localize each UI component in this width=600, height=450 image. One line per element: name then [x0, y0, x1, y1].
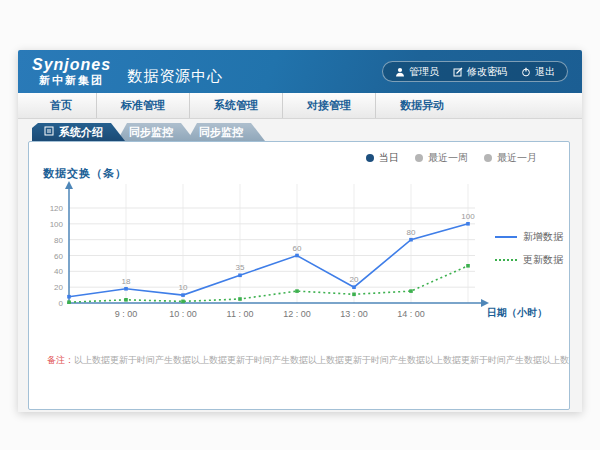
legend-label-new-data: 新增数据 [523, 230, 563, 244]
svg-text:35: 35 [236, 263, 245, 272]
user-menu-change-password-label: 修改密码 [467, 65, 507, 79]
svg-text:20: 20 [350, 275, 359, 284]
legend-item-new-data: 新增数据 [495, 230, 563, 244]
svg-text:100: 100 [50, 220, 64, 229]
tab-sync-monitor-2-label: 同步监控 [199, 125, 243, 140]
user-menu-logout[interactable]: 退出 [521, 65, 555, 79]
power-icon [521, 67, 531, 77]
solid-line-icon [495, 236, 517, 238]
svg-text:18: 18 [122, 277, 131, 286]
user-menu-admin[interactable]: 管理员 [395, 65, 439, 79]
tab-system-intro[interactable]: 系统介绍 [32, 123, 125, 141]
tab-sync-monitor-2[interactable]: 同步监控 [187, 123, 265, 141]
tab-sync-monitor-1[interactable]: 同步监控 [117, 123, 195, 141]
svg-text:10 : 00: 10 : 00 [169, 309, 197, 319]
filter-today[interactable]: 当日 [366, 151, 399, 165]
svg-text:100: 100 [461, 212, 475, 221]
app-title: 数据资源中心 [127, 67, 223, 86]
svg-text:10: 10 [179, 283, 188, 292]
footnote-prefix: 备注： [47, 355, 74, 365]
filter-last-week-label: 最近一周 [428, 151, 468, 165]
svg-text:14 : 00: 14 : 00 [397, 309, 425, 319]
form-icon [44, 126, 54, 138]
legend-item-update-data: 更新数据 [495, 253, 563, 267]
user-menu-admin-label: 管理员 [409, 65, 439, 79]
nav-item-standards[interactable]: 标准管理 [96, 93, 189, 118]
svg-text:80: 80 [54, 236, 63, 245]
y-axis-title: 数据交换（条） [43, 166, 127, 181]
user-menu: 管理员 修改密码 退出 [382, 61, 568, 82]
tab-system-intro-label: 系统介绍 [59, 125, 103, 140]
radio-dot [484, 154, 492, 162]
logo: Synjones 新中新集团 [32, 57, 111, 86]
svg-text:9 : 00: 9 : 00 [115, 309, 138, 319]
company-name: 新中新集团 [39, 75, 104, 86]
svg-text:13 : 00: 13 : 00 [340, 309, 368, 319]
edit-icon [453, 67, 463, 77]
svg-text:20: 20 [54, 283, 63, 292]
svg-text:120: 120 [50, 204, 64, 213]
radio-dot [366, 154, 374, 162]
filter-last-month-label: 最近一月 [497, 151, 537, 165]
main-nav: 首页 标准管理 系统管理 对接管理 数据异动 [18, 93, 582, 119]
chart-legend: 新增数据 更新数据 [495, 230, 563, 276]
dotted-line-icon [495, 259, 517, 261]
chart-card: 当日 最近一周 最近一月 数据交换（条） 0204060801001209 : … [28, 141, 570, 410]
nav-item-interface[interactable]: 对接管理 [282, 93, 375, 118]
filter-last-month[interactable]: 最近一月 [484, 151, 537, 165]
footnote-text: 以上数据更新于时间产生数据以上数据更新于时间产生数据以上数据更新于时间产生数据以… [74, 355, 569, 365]
nav-item-home[interactable]: 首页 [26, 93, 96, 118]
user-menu-change-password[interactable]: 修改密码 [453, 65, 507, 79]
legend-label-update-data: 更新数据 [523, 253, 563, 267]
brand-name: Synjones [32, 57, 111, 73]
user-icon [395, 67, 405, 77]
svg-text:80: 80 [407, 228, 416, 237]
svg-text:12 : 00: 12 : 00 [283, 309, 311, 319]
filter-today-label: 当日 [379, 151, 399, 165]
svg-text:40: 40 [54, 267, 63, 276]
footnote: 备注：以上数据更新于时间产生数据以上数据更新于时间产生数据以上数据更新于时间产生… [29, 354, 569, 367]
user-menu-logout-label: 退出 [535, 65, 555, 79]
content-area: 系统介绍 同步监控 同步监控 当日 最近一周 [18, 119, 582, 412]
nav-item-data-change[interactable]: 数据异动 [375, 93, 468, 118]
app-window: Synjones 新中新集团 数据资源中心 管理员 修改密码 退出 [18, 50, 582, 412]
tab-sync-monitor-1-label: 同步监控 [129, 125, 173, 140]
svg-text:60: 60 [293, 244, 302, 253]
header: Synjones 新中新集团 数据资源中心 管理员 修改密码 退出 [18, 50, 582, 93]
tab-bar: 系统介绍 同步监控 同步监控 [32, 123, 582, 141]
nav-item-system[interactable]: 系统管理 [189, 93, 282, 118]
radio-dot [415, 154, 423, 162]
time-range-filters: 当日 最近一周 最近一月 [366, 151, 537, 165]
svg-text:0: 0 [59, 299, 64, 308]
filter-last-week[interactable]: 最近一周 [415, 151, 468, 165]
svg-text:日期（小时）: 日期（小时） [487, 307, 547, 318]
svg-text:60: 60 [54, 252, 63, 261]
svg-text:11 : 00: 11 : 00 [227, 309, 254, 319]
